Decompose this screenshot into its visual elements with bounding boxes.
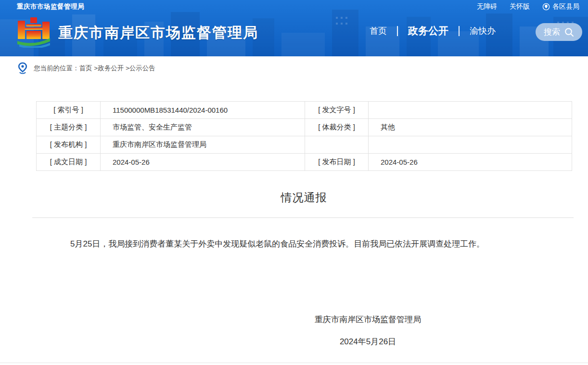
- nav-separator: [459, 26, 460, 36]
- site-header: 重庆市市场监督管理局 无障碍关怀版各区县局: [0, 0, 588, 56]
- nav-item[interactable]: 渝快办: [470, 25, 496, 37]
- table-row: [ 发布机构 ]重庆市南岸区市场监督管理局: [37, 136, 572, 154]
- meta-value: [369, 136, 572, 154]
- agency-logo-icon: [16, 16, 51, 50]
- nav-item[interactable]: 首页: [370, 25, 387, 37]
- meta-value: 11500000MB18531440/2024-00160: [101, 102, 305, 119]
- meta-label: [ 主题分类 ]: [37, 119, 101, 136]
- breadcrumb-link[interactable]: 政务公开: [98, 65, 124, 72]
- meta-value: 2024-05-26: [101, 154, 305, 171]
- search-button[interactable]: 搜索: [536, 23, 582, 41]
- topbar-link[interactable]: 关怀版: [510, 2, 530, 11]
- signature-block: 重庆市南岸区市场监督管理局 2024年5月26日: [315, 314, 421, 347]
- agency-title: 重庆市南岸区市场监督管理局: [58, 23, 258, 43]
- search-button-label: 搜索: [544, 26, 560, 38]
- document-meta-table: [ 索引号 ]11500000MB18531440/2024-00160[ 发文…: [36, 101, 572, 171]
- signature-date: 2024年5月26日: [315, 336, 421, 347]
- meta-value: 市场监管、安全生产监管: [101, 119, 305, 136]
- document-content: [ 索引号 ]11500000MB18531440/2024-00160[ 发文…: [36, 101, 572, 347]
- breadcrumb-prefix: 您当前的位置：: [34, 64, 79, 73]
- footer-divider: [0, 363, 588, 363]
- topbar-links: 无障碍关怀版各区县局: [477, 2, 579, 11]
- meta-label: [ 体裁分类 ]: [305, 119, 369, 136]
- table-row: [ 索引号 ]11500000MB18531440/2024-00160[ 发文…: [37, 102, 572, 119]
- meta-value: 其他: [369, 119, 572, 136]
- meta-label: [305, 136, 369, 154]
- meta-value: [369, 102, 572, 119]
- breadcrumb: 您当前的位置： 首页 >政务公开 >公示公告: [34, 64, 155, 73]
- breadcrumb-link[interactable]: 首页: [79, 65, 92, 72]
- title-divider: [32, 217, 574, 218]
- breadcrumb-separator: >: [124, 65, 129, 72]
- meta-label: [ 索引号 ]: [37, 102, 101, 119]
- breadcrumb-link[interactable]: 公示公告: [129, 65, 155, 72]
- breadcrumb-bar: 您当前的位置： 首页 >政务公开 >公示公告: [0, 56, 588, 80]
- location-pin-icon: [18, 62, 27, 74]
- meta-label: [ 成文日期 ]: [37, 154, 101, 171]
- meta-label: [ 发布日期 ]: [305, 154, 369, 171]
- meta-label: [ 发布机构 ]: [37, 136, 101, 154]
- nav-item[interactable]: 政务公开: [408, 24, 448, 38]
- brand: 重庆市南岸区市场监督管理局: [16, 16, 258, 50]
- topbar-link[interactable]: 各区县局: [542, 2, 579, 11]
- nav-separator: [397, 26, 398, 36]
- topbar: 重庆市市场监督管理局 无障碍关怀版各区县局: [17, 2, 579, 11]
- table-row: [ 成文日期 ]2024-05-26[ 发布日期 ]2024-05-26: [37, 154, 572, 171]
- location-pin-circle-icon: [542, 3, 550, 11]
- breadcrumb-separator: >: [92, 65, 98, 72]
- document-title: 情况通报: [36, 190, 572, 205]
- meta-value: 2024-05-26: [369, 154, 572, 171]
- breadcrumb-items: 首页 >政务公开 >公示公告: [79, 64, 155, 73]
- signature-agency: 重庆市南岸区市场监督管理局: [315, 314, 421, 325]
- search-icon: [564, 27, 574, 37]
- main-nav: 首页政务公开渝快办: [370, 24, 496, 38]
- meta-label: [ 发文字号 ]: [305, 102, 369, 119]
- document-body: 5月25日，我局接到消费者董某关于外卖中发现疑似老鼠的食品安全消费投诉。目前我局…: [54, 236, 550, 252]
- meta-value: 重庆市南岸区市场监督管理局: [101, 136, 305, 154]
- topbar-site-name[interactable]: 重庆市市场监督管理局: [17, 2, 84, 11]
- table-row: [ 主题分类 ]市场监管、安全生产监管[ 体裁分类 ]其他: [37, 119, 572, 136]
- topbar-link[interactable]: 无障碍: [477, 2, 497, 11]
